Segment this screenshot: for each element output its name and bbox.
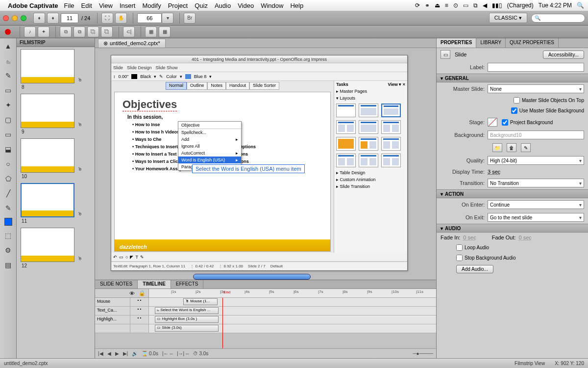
menu-quiz[interactable]: Quiz: [195, 2, 208, 9]
filmstrip-thumb[interactable]: 🖱12: [19, 228, 93, 268]
volume-icon[interactable]: ◀: [483, 2, 487, 9]
eye-icon[interactable]: 👁: [129, 290, 135, 296]
section-action[interactable]: ACTION: [437, 189, 588, 198]
stage-color-swatch[interactable]: [488, 118, 497, 127]
menu-project[interactable]: Project: [168, 2, 188, 9]
filmstrip-thumb[interactable]: 🖱8: [19, 49, 93, 90]
mute-icon[interactable]: 🔊: [132, 351, 138, 356]
tab-timeline[interactable]: TIMELINE: [138, 280, 171, 289]
document-tab[interactable]: ⊗untitled_demo2.cptx*: [98, 39, 166, 48]
play-icon[interactable]: ▶: [115, 351, 119, 356]
prev-frame-icon[interactable]: ◀: [107, 351, 111, 356]
browser-button[interactable]: Br: [184, 13, 196, 24]
battery-icon[interactable]: ▮▮▯: [492, 2, 502, 9]
menu-window[interactable]: Window: [261, 2, 283, 9]
next-slide-button[interactable]: ♦: [47, 13, 59, 24]
menu-edit[interactable]: Edit: [81, 2, 92, 9]
stop-bg-audio-checkbox[interactable]: Stop Background Audio: [456, 255, 516, 261]
menu-insert[interactable]: Insert: [120, 2, 136, 9]
fit-button[interactable]: ⛶: [101, 13, 113, 24]
edit-icon[interactable]: ✎: [521, 143, 531, 152]
menu-file[interactable]: File: [64, 2, 74, 9]
text-caption-tool-icon[interactable]: ⎁: [3, 56, 14, 66]
display-time-value[interactable]: 3 sec: [488, 169, 500, 175]
tab-effects[interactable]: EFFECTS: [171, 280, 204, 289]
lock-icon[interactable]: 🔒: [139, 290, 146, 296]
audio-settings-icon[interactable]: ♪: [24, 26, 36, 37]
first-frame-icon[interactable]: |◀: [98, 351, 103, 356]
ctx-item[interactable]: Ignore All: [178, 143, 241, 150]
background-input[interactable]: [488, 131, 584, 139]
workspace-switcher[interactable]: CLASSIC ▾: [489, 13, 527, 23]
use-master-bg-checkbox[interactable]: Use Master Slide Background: [511, 107, 584, 114]
ctx-item[interactable]: Spellcheck...: [178, 129, 241, 136]
zoom-dropdown[interactable]: ▾: [162, 13, 173, 24]
folder-icon[interactable]: 📁: [492, 143, 502, 152]
on-exit-select[interactable]: Go to the next slide: [488, 213, 584, 222]
timeline-track[interactable]: Text_Ca...• • ⎁ Select the Word is Engli…: [95, 307, 436, 315]
accessibility-button[interactable]: Accessibility...: [543, 51, 584, 59]
button-tool-icon[interactable]: ⬓: [3, 144, 14, 154]
fill-color-swatch[interactable]: [4, 218, 12, 226]
prev-slide-button[interactable]: ♦: [33, 13, 45, 24]
master-objects-checkbox[interactable]: Master Slide Objects On Top: [514, 97, 584, 104]
rollover-tool-icon[interactable]: ✎: [3, 71, 14, 80]
timeline-clip[interactable]: ▭ Slide (3.0s): [155, 325, 219, 332]
timeline-track[interactable]: Mouse• • 🖱 Mouse (1...: [95, 298, 436, 307]
pointer-tool-icon[interactable]: ▲: [3, 41, 14, 51]
pencil-tool-icon[interactable]: ✎: [3, 203, 14, 213]
stroke-color-icon[interactable]: ⬚: [3, 231, 14, 240]
label-input[interactable]: [488, 63, 584, 72]
quality-select[interactable]: High (24-bit): [488, 156, 584, 165]
menu-video[interactable]: Video: [238, 2, 254, 9]
close-tab-icon[interactable]: ⊗: [103, 40, 108, 47]
record-button[interactable]: [5, 29, 11, 35]
polygon-tool-icon[interactable]: ⬠: [3, 174, 14, 184]
animation-tool-icon[interactable]: ⚙: [3, 245, 14, 255]
zoom-input[interactable]: [137, 13, 162, 23]
zoom-slider[interactable]: ─●────: [413, 351, 433, 356]
marker-icon[interactable]: |← --: [162, 351, 173, 356]
master-slide-select[interactable]: None: [488, 84, 584, 93]
snap-icon[interactable]: ▦: [159, 26, 171, 37]
add-audio-button[interactable]: Add Audio...: [456, 265, 493, 273]
ctx-item[interactable]: Objective: [178, 122, 241, 129]
hand-button[interactable]: ✋: [115, 13, 127, 24]
last-frame-icon[interactable]: ▶|: [123, 351, 128, 356]
sync-icon[interactable]: ⟳: [415, 2, 420, 9]
insert-icon[interactable]: ⊂|: [123, 26, 135, 37]
marker-icon[interactable]: |→| --: [177, 351, 189, 356]
section-audio[interactable]: AUDIO: [437, 224, 588, 233]
menu-help[interactable]: Help: [290, 2, 303, 9]
filmstrip-thumb[interactable]: 🖱10: [19, 138, 93, 179]
project-bg-checkbox[interactable]: Project Background: [502, 119, 553, 126]
canvas-hscroll[interactable]: [193, 274, 311, 280]
menu-extra-icon[interactable]: ≡: [445, 2, 448, 9]
filmstrip-thumb[interactable]: 🖱9: [19, 94, 93, 134]
zoom-window[interactable]: [21, 15, 26, 21]
ctx-item[interactable]: Add: [178, 136, 241, 143]
menu-modify[interactable]: Modify: [142, 2, 161, 9]
spotlight-icon[interactable]: 🔍: [577, 2, 584, 9]
tab-library[interactable]: LIBRARY: [476, 38, 506, 48]
on-enter-select[interactable]: Continue: [488, 200, 584, 209]
ctx-item-highlighted[interactable]: Word is English (USA): [178, 157, 241, 163]
timeline-ruler[interactable]: |1s|2s|3s |4s|5s|6s |7s|8s|9s |10s|11s: [149, 289, 436, 298]
ctx-item[interactable]: AutoCorrect: [178, 150, 241, 157]
rounded-rect-tool-icon[interactable]: ▢: [3, 115, 14, 125]
grid-icon[interactable]: ▦: [145, 26, 157, 37]
trash-icon[interactable]: 🗑: [507, 143, 516, 152]
timeline-track[interactable]: Highligh...• • ▭ Highlight Box (3.0s ): [95, 315, 436, 324]
line-tool-icon[interactable]: ╱: [3, 188, 14, 198]
search-input[interactable]: [531, 14, 585, 23]
widget-tool-icon[interactable]: ▤: [3, 260, 14, 270]
timeline-track[interactable]: ▭ Slide (3.0s): [95, 324, 436, 333]
bluetooth-icon[interactable]: ⚭: [425, 2, 430, 9]
transition-select[interactable]: No Transition: [488, 179, 584, 187]
tab-quiz-properties[interactable]: QUIZ PROPERTIES: [506, 38, 559, 48]
oval-tool-icon[interactable]: ○: [3, 159, 14, 169]
minimize-window[interactable]: [12, 15, 18, 21]
clock[interactable]: Tue 4:22 PM: [539, 2, 572, 9]
menu-audio[interactable]: Audio: [215, 2, 231, 9]
timeline-clip[interactable]: ▭ Highlight Box (3.0s ): [155, 316, 219, 323]
